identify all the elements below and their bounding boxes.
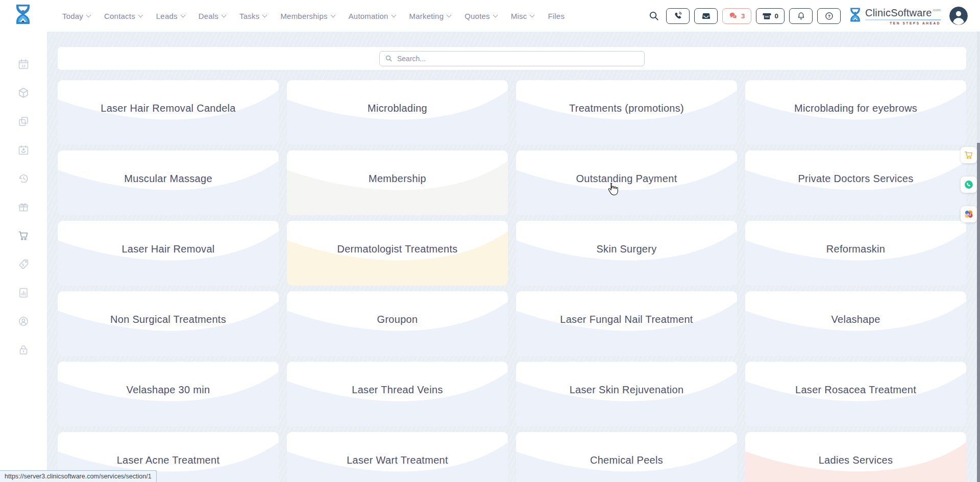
service-card-dermatologist-treatments[interactable]: Dermatologist Treatments xyxy=(287,221,508,286)
sidebar-item-history[interactable] xyxy=(17,172,30,185)
nav-item-contacts[interactable]: Contacts xyxy=(104,12,142,20)
cart-float-button[interactable] xyxy=(961,147,977,163)
nav-item-marketing[interactable]: Marketing xyxy=(409,12,451,20)
service-card-laser-hair-removal[interactable]: Laser Hair Removal xyxy=(58,221,279,286)
nav-item-files[interactable]: Files xyxy=(548,12,565,20)
sidebar-item-account[interactable] xyxy=(17,315,30,327)
whatsapp-float-button[interactable] xyxy=(961,176,977,193)
inbox-button[interactable] xyxy=(694,8,718,24)
service-card-outstanding-payment[interactable]: Outstanding Payment xyxy=(516,150,737,215)
cart-icon xyxy=(17,235,30,243)
search-icon[interactable] xyxy=(648,10,659,21)
nav-item-misc[interactable]: Misc xyxy=(511,12,534,20)
sidebar-item-shop[interactable] xyxy=(17,230,30,242)
service-card-non-surgical-treatments[interactable]: Non Surgical Treatments xyxy=(58,291,279,356)
svg-text:12: 12 xyxy=(21,64,26,68)
service-card-velashape[interactable]: Velashape xyxy=(745,291,966,356)
search-icon xyxy=(385,55,393,62)
service-card-chemical-peels[interactable]: Chemical Peels xyxy=(516,432,737,482)
chevron-down-icon xyxy=(180,12,185,17)
sidebar-item-reports[interactable] xyxy=(17,287,30,299)
brand-logo: ClinicSoftware.com TEN STEPS AHEAD xyxy=(848,7,941,25)
service-card-laser-rosacea-treatment[interactable]: Laser Rosacea Treatment xyxy=(745,362,966,426)
service-card-laser-fungal-nail-treatment[interactable]: Laser Fungal Nail Treatment xyxy=(516,291,737,356)
user-avatar[interactable] xyxy=(949,7,968,25)
pos-button[interactable]: 0 xyxy=(756,8,785,24)
phone-button[interactable] xyxy=(666,8,690,24)
svg-text:?: ? xyxy=(827,13,830,18)
service-card-treatments-promotions[interactable]: Treatments (promotions) xyxy=(516,80,737,145)
chevron-down-icon xyxy=(530,12,535,17)
phone-icon xyxy=(673,11,683,21)
main-content: Laser Hair Removal CandelaMicrobladingTr… xyxy=(47,32,977,482)
service-card-microblading[interactable]: Microblading xyxy=(287,80,508,145)
services-grid: Laser Hair Removal CandelaMicrobladingTr… xyxy=(58,80,966,482)
service-card-laser-hair-removal-candela[interactable]: Laser Hair Removal Candela xyxy=(58,80,279,145)
chevron-down-icon xyxy=(391,12,396,17)
search-card xyxy=(58,47,966,70)
sidebar-item-gifts[interactable] xyxy=(17,201,30,213)
chat-button[interactable]: 3 xyxy=(722,8,751,24)
bell-icon xyxy=(796,11,806,21)
main-nav: TodayContactsLeadsDealsTasksMembershipsA… xyxy=(62,0,565,32)
hourglass-icon xyxy=(848,7,862,25)
service-card-groupon[interactable]: Groupon xyxy=(287,291,508,356)
service-card-velashape-30-min[interactable]: Velashape 30 min xyxy=(58,362,279,426)
service-card-muscular-massage[interactable]: Muscular Massage xyxy=(58,150,279,215)
service-card-laser-skin-rejuvenation[interactable]: Laser Skin Rejuvenation xyxy=(516,362,737,426)
whatsapp-icon xyxy=(964,180,974,190)
sidebar-item-bookings[interactable] xyxy=(17,144,30,156)
gift-icon xyxy=(17,206,30,215)
chat-icon xyxy=(728,11,738,21)
sidebar-item-calendar[interactable]: 12 xyxy=(17,58,30,70)
copy-icon xyxy=(17,120,30,129)
brand-tld: .com xyxy=(932,8,941,12)
status-url: https://server3.clinicsoftware.com/servi… xyxy=(5,473,152,480)
service-card-microblading-for-eyebrows[interactable]: Microblading for eyebrows xyxy=(745,80,966,145)
calendar-down-icon xyxy=(17,149,30,158)
nav-item-automation[interactable]: Automation xyxy=(349,12,396,20)
lock-icon xyxy=(17,349,30,358)
cart-icon xyxy=(964,150,974,160)
chevron-down-icon xyxy=(86,12,91,17)
service-card-laser-wart-treatment[interactable]: Laser Wart Treatment xyxy=(287,432,508,482)
store-icon xyxy=(762,11,772,21)
nav-item-memberships[interactable]: Memberships xyxy=(280,12,334,20)
service-card-skin-surgery[interactable]: Skin Surgery xyxy=(516,221,737,286)
service-card-laser-thread-veins[interactable]: Laser Thread Veins xyxy=(287,362,508,426)
sidebar-item-pricing[interactable]: $ xyxy=(17,258,30,270)
help-button[interactable]: ? xyxy=(817,8,841,24)
service-card-membership[interactable]: Membership xyxy=(287,150,508,215)
nav-item-quotes[interactable]: Quotes xyxy=(464,12,497,20)
tag-icon: $ xyxy=(17,263,30,272)
history-icon xyxy=(17,177,30,186)
service-card-reformaskin[interactable]: Reformaskin xyxy=(745,221,966,286)
sidebar-item-security[interactable] xyxy=(17,344,30,356)
nav-item-tasks[interactable]: Tasks xyxy=(239,12,266,20)
brand-underline xyxy=(865,19,941,20)
chevron-down-icon xyxy=(262,12,267,17)
brand-name: ClinicSoftware xyxy=(865,7,932,19)
svg-text:$: $ xyxy=(22,263,24,267)
service-card-ladies-services[interactable]: Ladies Services xyxy=(745,432,966,482)
status-bar: https://server3.clinicsoftware.com/servi… xyxy=(0,470,157,482)
ai-float-button[interactable]: AI xyxy=(961,206,977,222)
sidebar-item-products[interactable] xyxy=(17,87,30,99)
scrollbar-thumb[interactable] xyxy=(977,143,980,482)
sidebar-item-pages[interactable] xyxy=(17,115,30,128)
calendar-icon: 12 xyxy=(17,63,30,72)
nav-item-deals[interactable]: Deals xyxy=(199,12,226,20)
nav-item-leads[interactable]: Leads xyxy=(156,12,185,20)
brand-tagline: TEN STEPS AHEAD xyxy=(890,21,941,25)
notifications-button[interactable] xyxy=(789,8,813,24)
chevron-down-icon xyxy=(222,12,227,17)
sidebar-nav: 12$ xyxy=(0,32,47,482)
nav-item-today[interactable]: Today xyxy=(62,12,90,20)
floating-buttons: AI xyxy=(961,147,977,236)
chevron-down-icon xyxy=(330,12,335,17)
chevron-down-icon xyxy=(138,12,143,17)
search-input[interactable] xyxy=(397,55,639,63)
app-logo-hourglass-icon xyxy=(13,4,33,28)
service-card-private-doctors-services[interactable]: Private Doctors Services xyxy=(745,150,966,215)
user-circle-icon xyxy=(17,320,30,329)
